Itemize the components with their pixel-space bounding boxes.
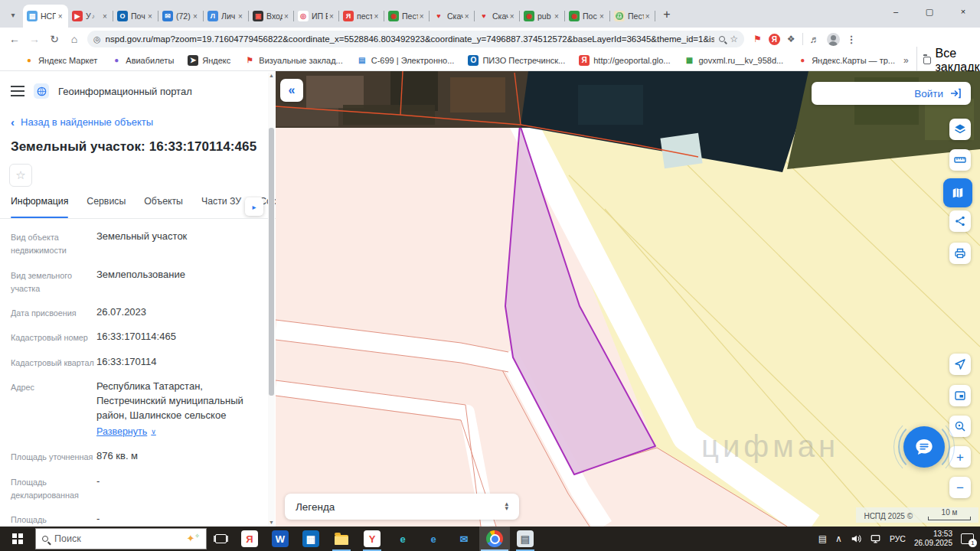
yandex-extension-icon[interactable]: Я [769,34,780,45]
bookmark-item[interactable]: ▦ govxml.ru__kv_958d... [679,53,789,68]
minimize-button[interactable]: – [879,0,913,23]
taskbar-app[interactable]: W [265,527,296,551]
browser-tab[interactable]: ♥ Скач × [430,5,475,28]
taskbar-app[interactable] [326,527,357,551]
browser-tab[interactable]: Я пест × [339,5,384,28]
share-tool-button[interactable] [949,210,971,232]
browser-tab[interactable]: ▶ У ♪ × [68,5,113,28]
start-button[interactable] [0,527,35,551]
bookmark-item[interactable]: ● Авиабилеты [106,53,179,68]
tab-close-icon[interactable]: × [283,12,290,21]
taskbar-app[interactable]: Я [234,527,265,551]
login-bar[interactable]: Войти [812,82,971,105]
map-viewport[interactable]: цифман « Войти + − [276,71,980,527]
taskbar-app[interactable]: ✉ [449,527,479,551]
bookmark-item[interactable]: ● Яндекс.Карты — тр... [792,53,900,68]
panel-tab[interactable]: Части ЗУ [201,196,241,218]
apps-grid-icon[interactable] [8,56,9,65]
site-info-icon[interactable]: ◎ [93,34,101,44]
panel-tab[interactable]: Объекты [144,196,183,218]
bookmark-item[interactable]: O ПИЗО Пестречинск... [462,53,570,68]
all-bookmarks-button[interactable]: Все закладки [916,47,980,74]
browser-tab[interactable]: O Поч × [113,5,158,28]
tab-close-icon[interactable]: × [191,12,200,21]
chat-assistant-button[interactable] [903,426,945,468]
widgets-icon[interactable]: ▤ [818,533,827,544]
menu-burger-icon[interactable] [11,90,24,92]
home-icon[interactable]: ⌂ [66,31,83,47]
zoom-page-icon[interactable] [719,36,725,42]
browser-tab[interactable]: ▤ НСП × [23,5,68,28]
panel-tab[interactable]: Информация [11,196,68,218]
action-center-icon[interactable]: 1 [961,533,974,544]
taskbar-app[interactable] [479,527,510,551]
geolocation-tool-button[interactable] [949,354,971,375]
tab-close-icon[interactable]: × [552,12,561,21]
browser-tab[interactable]: ✉ (72) × [158,5,204,28]
tab-close-icon[interactable]: × [597,12,606,21]
layers-tool-button[interactable] [949,119,971,140]
map-canvas[interactable] [276,71,980,527]
measure-tool-button[interactable] [949,149,971,171]
visual-bookmarks-extension-icon[interactable]: ⚑ [753,34,762,44]
close-button[interactable]: × [946,0,980,23]
taskbar-app[interactable]: e [387,527,418,551]
browser-tab[interactable]: ◎ ИП Е × [294,5,339,28]
taskbar-app[interactable]: ▤ [510,527,541,551]
bookmark-star-icon[interactable]: ☆ [730,34,738,44]
bookmark-item[interactable]: ● Яндекс Маркет [18,53,103,68]
favorite-star-button[interactable]: ☆ [9,164,32,187]
tab-close-icon[interactable]: × [644,12,652,21]
browser-menu-icon[interactable]: ⋮ [847,34,857,45]
browser-tab[interactable]: ♥ Скач × [475,5,520,28]
tab-close-icon[interactable]: × [418,12,426,21]
bookmark-item[interactable]: Я http://geoportal.glo... [573,53,675,68]
address-bar[interactable]: ◎ nspd.gov.ru/map?zoom=19.71604779456822… [87,31,744,47]
reload-icon[interactable]: ↻ [46,31,63,47]
forward-icon[interactable]: → [26,31,43,47]
tab-close-icon[interactable]: × [236,12,245,21]
taskbar-search-input[interactable]: Поиск ✦✧ [35,528,207,549]
browser-tab[interactable]: ♎ Пест × [610,5,655,28]
tab-audio-icon[interactable]: ♪ [92,13,95,20]
tab-close-icon[interactable]: × [145,12,155,21]
scrollbar-thumb[interactable] [269,128,274,396]
search-on-map-tool-button[interactable] [949,416,971,437]
tab-close-icon[interactable]: × [508,12,516,21]
login-label[interactable]: Войти [914,88,943,99]
overview-map-tool-button[interactable] [949,385,971,406]
volume-icon[interactable] [851,533,861,544]
tabs-scroll-right-icon[interactable]: ▸ [245,197,263,216]
taskbar-app[interactable]: Y [357,527,387,551]
identify-tool-button[interactable] [943,178,972,207]
task-view-button[interactable] [207,527,234,551]
scroll-up-icon[interactable]: ▲ [268,73,275,78]
panel-scrollbar[interactable]: ▲ ▼ [268,73,275,525]
url-text[interactable]: nspd.gov.ru/map?zoom=19.71604779456822&c… [106,34,715,44]
zoom-out-button[interactable]: − [949,477,971,498]
taskbar-app[interactable]: e [418,527,449,551]
tab-search-icon[interactable]: ▾ [5,6,21,23]
browser-tab[interactable]: ◉ pub × [520,5,565,28]
bookmark-item[interactable]: ⚑ Визуальные заклад... [239,53,348,68]
tab-close-icon[interactable]: × [100,12,109,21]
taskbar-clock[interactable]: 13:53 26.09.2025 [914,530,952,549]
hidden-icons-chevron[interactable]: ∧ [835,533,842,544]
browser-tab[interactable]: ◉ Пос × [565,5,610,28]
expand-address-link[interactable]: Развернуть∨ [96,425,156,439]
browser-tab[interactable]: Л Лич × [204,5,249,28]
tab-close-icon[interactable]: × [328,12,335,21]
collapse-panel-button[interactable]: « [280,79,303,102]
new-tab-button[interactable]: + [657,5,677,24]
print-tool-button[interactable] [949,243,971,264]
profile-avatar[interactable] [827,33,840,46]
language-indicator[interactable]: РУС [890,534,906,543]
media-controls-icon[interactable]: ♬ [810,34,820,45]
legend-expand-icon[interactable]: ▴▾ [505,502,508,510]
bookmark-item[interactable]: ▤ С-699 | Электронно... [351,53,460,68]
tab-close-icon[interactable]: × [372,12,381,21]
taskbar-app[interactable]: ▦ [296,527,326,551]
network-icon[interactable] [870,533,881,544]
browser-tab[interactable]: ◉ Пест × [384,5,430,28]
more-bookmarks-icon[interactable]: » [903,55,909,66]
